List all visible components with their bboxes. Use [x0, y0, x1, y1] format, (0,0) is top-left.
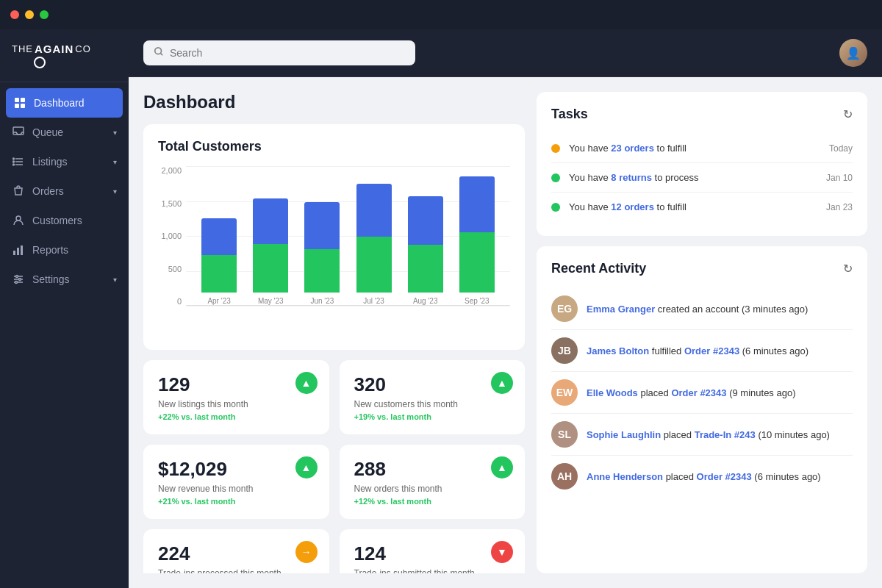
- sidebar-item-dashboard[interactable]: Dashboard: [6, 88, 123, 118]
- sidebar-item-label: Dashboard: [34, 97, 115, 109]
- chevron-down-icon: ▾: [113, 158, 117, 166]
- sidebar-item-settings[interactable]: Settings ▾: [0, 265, 129, 294]
- bar-bottom: [408, 245, 443, 293]
- activity-avatar: AH: [551, 463, 578, 490]
- stat-card: 288 New orders this month +12% vs. last …: [340, 445, 526, 519]
- minimize-button[interactable]: [25, 10, 34, 19]
- close-button[interactable]: [10, 10, 19, 19]
- sidebar-item-listings[interactable]: Listings ▾: [0, 147, 129, 176]
- sidebar: THE AGAIN CO Dashboard Queue ▾: [0, 29, 129, 588]
- sidebar-item-reports[interactable]: Reports: [0, 235, 129, 265]
- bar-bottom: [253, 244, 288, 293]
- svg-point-10: [13, 164, 15, 165]
- activity-username[interactable]: Elle Woods: [587, 387, 638, 398]
- bar-chart: 2,0001,5001,0005000Apr '23May '23Jun '23…: [158, 166, 510, 335]
- sidebar-item-orders[interactable]: Orders ▾: [0, 176, 129, 206]
- activity-avatar: EG: [551, 295, 578, 322]
- search-input[interactable]: [170, 47, 405, 59]
- tasks-title: Tasks: [551, 107, 588, 122]
- stat-icon: ▲: [491, 456, 513, 478]
- stat-icon: →: [295, 541, 318, 563]
- activity-item: SL Sophie Laughlin placed Trade-In #243 …: [551, 414, 853, 456]
- task-item: You have 23 orders to fulfill Today: [551, 134, 853, 163]
- activity-time: (9 minutes ago): [729, 387, 795, 398]
- bar-bottom: [201, 255, 237, 293]
- task-link[interactable]: 23 orders: [611, 143, 654, 154]
- svg-rect-3: [21, 104, 25, 108]
- tasks-card: Tasks ↻ You have 23 orders to fulfill To…: [537, 92, 867, 236]
- activity-item: EW Elle Woods placed Order #2343 (9 minu…: [551, 372, 853, 414]
- svg-rect-2: [15, 104, 19, 108]
- activity-username[interactable]: Sophie Laughlin: [587, 429, 661, 440]
- activity-card-header: Recent Activity ↻: [551, 261, 853, 276]
- bar-label: Jul '23: [363, 297, 384, 305]
- bar-group: Apr '23: [201, 218, 237, 305]
- svg-point-8: [13, 158, 15, 159]
- sidebar-navigation: Dashboard Queue ▾ Listings ▾: [0, 82, 129, 588]
- sidebar-logo: THE AGAIN CO: [0, 29, 129, 82]
- activity-item: EG Emma Granger created an account (3 mi…: [551, 288, 853, 330]
- bar-label: Jun '23: [310, 297, 334, 305]
- activity-time: (6 minutes ago): [754, 471, 820, 482]
- right-panel: Tasks ↻ You have 23 orders to fulfill To…: [537, 92, 867, 573]
- task-link[interactable]: 12 orders: [611, 201, 654, 212]
- task-dot: [551, 144, 560, 153]
- sidebar-item-customers[interactable]: Customers: [0, 206, 129, 235]
- activity-username[interactable]: James Bolton: [587, 345, 649, 356]
- stat-icon: ▲: [295, 372, 318, 394]
- main-content: Dashboard Total Customers 2,0001,5001,00…: [129, 77, 882, 588]
- activity-text: Emma Granger created an account (3 minut…: [587, 304, 853, 315]
- stats-grid: 129 New listings this month +22% vs. las…: [143, 360, 525, 573]
- activity-avatar: JB: [551, 337, 578, 364]
- bar-group: May '23: [253, 198, 288, 305]
- stat-label: Trade-ins processed this month: [158, 568, 315, 573]
- stat-change: +19% vs. last month: [354, 412, 511, 421]
- svg-rect-13: [17, 248, 19, 255]
- task-item: You have 8 returns to process Jan 10: [551, 163, 853, 193]
- stat-value: 288: [354, 458, 511, 481]
- task-date: Jan 10: [826, 173, 853, 183]
- user-icon: [12, 214, 25, 227]
- svg-line-22: [160, 53, 162, 55]
- tasks-refresh-button[interactable]: ↻: [843, 107, 853, 121]
- stat-label: New revenue this month: [158, 484, 315, 494]
- stat-card: $12,029 New revenue this month +21% vs. …: [143, 445, 329, 519]
- avatar[interactable]: 👤: [839, 39, 867, 67]
- activity-avatar: SL: [551, 421, 578, 448]
- sidebar-item-label: Queue: [32, 126, 106, 138]
- titlebar: [0, 0, 882, 29]
- stat-value: 224: [158, 542, 315, 565]
- task-dot: [551, 173, 560, 182]
- activity-link[interactable]: Trade-In #243: [695, 429, 756, 440]
- maximize-button[interactable]: [40, 10, 49, 19]
- activity-username[interactable]: Anne Henderson: [587, 471, 663, 482]
- stat-label: New listings this month: [158, 399, 315, 409]
- bar-label: Apr '23: [207, 297, 230, 305]
- task-date: Today: [829, 143, 853, 154]
- left-panel: Dashboard Total Customers 2,0001,5001,00…: [143, 92, 525, 573]
- task-link[interactable]: 8 returns: [611, 172, 652, 183]
- activity-refresh-button[interactable]: ↻: [843, 262, 853, 276]
- activity-link[interactable]: Order #2343: [697, 471, 752, 482]
- bar-top: [459, 176, 495, 232]
- activity-title: Recent Activity: [551, 261, 646, 276]
- activity-list: EG Emma Granger created an account (3 mi…: [551, 288, 853, 497]
- activity-text: Sophie Laughlin placed Trade-In #243 (10…: [587, 429, 853, 440]
- bar-top: [201, 218, 237, 254]
- activity-link[interactable]: Order #2343: [684, 345, 739, 356]
- stat-change: +21% vs. last month: [158, 497, 315, 506]
- activity-item: AH Anne Henderson placed Order #2343 (6 …: [551, 456, 853, 497]
- activity-link[interactable]: Order #2343: [671, 387, 726, 398]
- bar-group: Sep '23: [459, 176, 495, 305]
- chart-card: Total Customers 2,0001,5001,0005000Apr '…: [143, 124, 525, 350]
- stat-label: New orders this month: [354, 484, 511, 494]
- stat-value: 320: [354, 373, 511, 396]
- activity-username[interactable]: Emma Granger: [587, 304, 655, 315]
- search-box[interactable]: [143, 40, 415, 65]
- bar-group: Jul '23: [356, 184, 392, 305]
- bar-bottom: [459, 232, 495, 293]
- bar-bottom: [356, 237, 392, 293]
- activity-item: JB James Bolton fulfilled Order #2343 (6…: [551, 330, 853, 372]
- sidebar-item-queue[interactable]: Queue ▾: [0, 118, 129, 147]
- bar-top: [356, 184, 392, 237]
